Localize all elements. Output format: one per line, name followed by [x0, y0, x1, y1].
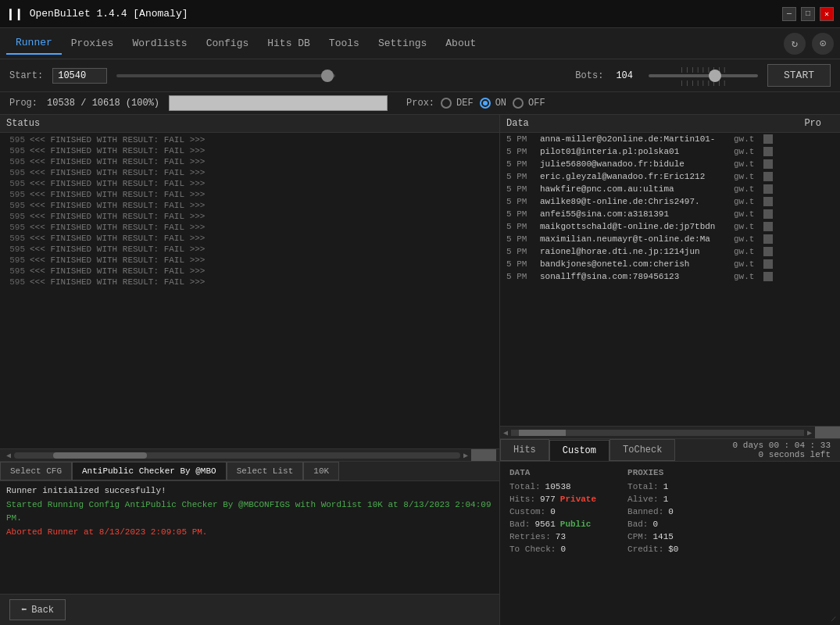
- data-hscroll-right[interactable]: ▶: [804, 428, 815, 438]
- data-row-proxy: gw.t: [734, 247, 757, 256]
- log-row: 595<<< FINISHED WITH RESULT: FAIL >>>: [3, 211, 496, 222]
- nav-about[interactable]: About: [436, 33, 485, 54]
- log-row-num: 595: [3, 212, 25, 221]
- table-row[interactable]: 5 PMmaikgottschald@t-online.de:jp7tbdngw…: [500, 220, 840, 233]
- data-row-time: 5 PM: [506, 209, 534, 219]
- status-panel: Status 595<<< FINISHED WITH RESULT: FAIL…: [0, 115, 500, 461]
- nav-settings[interactable]: Settings: [369, 33, 436, 54]
- log-row-msg: <<< FINISHED WITH RESULT: FAIL >>>: [30, 201, 205, 210]
- stat-banned-proxies: Banned: 0: [627, 507, 678, 516]
- stat-cpm-label: CPM:: [627, 532, 648, 541]
- status-hscroll[interactable]: ◀ ▶: [0, 448, 499, 461]
- proxy-def-radio[interactable]: [441, 98, 452, 109]
- tab-hits[interactable]: Hits: [500, 439, 549, 461]
- hscroll-thumb[interactable]: [53, 452, 147, 459]
- table-row[interactable]: 5 PMraionel@horae.dti.ne.jp:1214jungw.t: [500, 245, 840, 258]
- stat-credit-label: Credit:: [627, 545, 663, 554]
- back-button[interactable]: ⬅ Back: [9, 599, 66, 620]
- start-slider-thumb[interactable]: [321, 70, 334, 82]
- back-icon: ⬅: [21, 604, 27, 616]
- data-table-body[interactable]: 5 PManna-miller@o2online.de:Martin101-gw…: [500, 133, 840, 426]
- table-row[interactable]: 5 PMbandkjones@onetel.com:cherishgw.t: [500, 258, 840, 270]
- data-row-value: pilot01@interia.pl:polska01: [540, 147, 727, 156]
- console-line: Started Running Config AntiPublic Checke…: [6, 498, 493, 526]
- cfg-tab-10k[interactable]: 10K: [303, 462, 339, 480]
- hscroll-right-arrow[interactable]: ▶: [460, 451, 471, 460]
- tab-tocheck[interactable]: ToCheck: [609, 439, 675, 461]
- app-title: OpenBullet 1.4.4 [Anomaly]: [30, 8, 782, 20]
- table-row[interactable]: 5 PManna-miller@o2online.de:Martin101-gw…: [500, 133, 840, 145]
- proxy-off-radio[interactable]: [513, 98, 524, 109]
- resize-handle[interactable]: ⟋: [827, 612, 840, 625]
- log-row-num: 595: [3, 223, 25, 232]
- data-row-color: [763, 234, 773, 244]
- bots-slider-track[interactable]: [649, 74, 758, 77]
- data-hscroll-left[interactable]: ◀: [500, 428, 511, 438]
- close-button[interactable]: ✕: [820, 7, 834, 21]
- table-row[interactable]: 5 PMsonallff@sina.com:789456123gw.t: [500, 270, 840, 283]
- data-row-proxy: gw.t: [734, 234, 757, 244]
- bots-value: 104: [616, 70, 633, 81]
- log-row-msg: <<< FINISHED WITH RESULT: FAIL >>>: [30, 179, 205, 188]
- hscroll-track[interactable]: [14, 452, 460, 459]
- stat-custom-label: Custom:: [509, 507, 545, 516]
- start-button[interactable]: START: [767, 64, 831, 87]
- log-row: 595<<< FINISHED WITH RESULT: FAIL >>>: [3, 200, 496, 211]
- data-row-time: 5 PM: [506, 234, 534, 244]
- progress-row: Prog: 10538 / 10618 (100%) Prox: DEF ON …: [0, 92, 840, 115]
- tab-custom[interactable]: Custom: [549, 440, 609, 461]
- log-row-num: 595: [3, 135, 25, 145]
- maximize-button[interactable]: □: [801, 7, 815, 21]
- log-row: 595<<< FINISHED WITH RESULT: FAIL >>>: [3, 277, 496, 288]
- start-input[interactable]: [52, 68, 107, 84]
- nav-hitsdb[interactable]: Hits DB: [258, 33, 320, 54]
- status-header-label: Status: [6, 118, 40, 129]
- table-row[interactable]: 5 PMeric.gleyzal@wanadoo.fr:Eric1212gw.t: [500, 170, 840, 183]
- cfg-tab-selectlist[interactable]: Select List: [227, 462, 304, 480]
- minimize-button[interactable]: —: [782, 7, 796, 21]
- table-row[interactable]: 5 PMmaximilian.neumayr@t-online.de:Magw.…: [500, 233, 840, 245]
- status-log[interactable]: 595<<< FINISHED WITH RESULT: FAIL >>>595…: [0, 133, 499, 448]
- cfg-tab-selectcfg[interactable]: Select CFG: [0, 462, 72, 480]
- status-panel-header: Status: [0, 115, 499, 133]
- bots-slider-thumb[interactable]: [709, 70, 721, 82]
- refresh-icon[interactable]: ↻: [784, 33, 806, 55]
- stat-total-value: 10538: [545, 482, 571, 491]
- log-row-msg: <<< FINISHED WITH RESULT: FAIL >>>: [30, 266, 205, 276]
- cfg-tab-checker[interactable]: AntiPublic Checker By @MBO: [72, 462, 227, 480]
- data-hscroll-thumb[interactable]: [519, 430, 566, 436]
- log-row-num: 595: [3, 266, 25, 276]
- bottom-left: Select CFG AntiPublic Checker By @MBO Se…: [0, 462, 500, 625]
- data-hscroll[interactable]: ◀ ▶: [500, 426, 840, 438]
- proxy-on-radio[interactable]: [480, 98, 491, 109]
- data-row-time: 5 PM: [506, 159, 534, 169]
- nav-runner[interactable]: Runner: [6, 32, 62, 55]
- log-row-num: 595: [3, 277, 25, 287]
- table-row[interactable]: 5 PMawilke89@t-online.de:Chris2497.gw.t: [500, 195, 840, 208]
- table-row[interactable]: 5 PMjulie56800@wanadoo.fr:bidulegw.t: [500, 158, 840, 170]
- nav-proxies[interactable]: Proxies: [62, 33, 123, 54]
- table-row[interactable]: 5 PManfei55@sina.com:a3181391gw.t: [500, 208, 840, 220]
- data-row-color: [763, 209, 773, 219]
- data-row-proxy: gw.t: [734, 147, 757, 156]
- tabs-row: Hits Custom ToCheck 0 days 00 : 04 : 33 …: [500, 438, 840, 461]
- data-hscroll-track[interactable]: [511, 430, 804, 436]
- stat-tocheck-label: To Check:: [509, 545, 556, 554]
- camera-icon[interactable]: ⊙: [812, 33, 834, 55]
- data-row-value: sonallff@sina.com:789456123: [540, 272, 727, 281]
- log-row-msg: <<< FINISHED WITH RESULT: FAIL >>>: [30, 146, 205, 155]
- nav-wordlists[interactable]: Wordlists: [123, 33, 196, 54]
- hscroll-left-arrow[interactable]: ◀: [3, 451, 14, 460]
- table-row[interactable]: 5 PMpilot01@interia.pl:polska01gw.t: [500, 145, 840, 158]
- nav-tools[interactable]: Tools: [320, 33, 369, 54]
- log-row-num: 595: [3, 190, 25, 199]
- data-row-time: 5 PM: [506, 247, 534, 256]
- nav-configs[interactable]: Configs: [197, 33, 259, 54]
- data-row-proxy: gw.t: [734, 259, 757, 269]
- scroll-corner: [471, 449, 496, 462]
- console-line: Runner initialized succesfully!: [6, 484, 493, 498]
- data-row-proxy: gw.t: [734, 184, 757, 194]
- stat-alive-value: 1: [663, 495, 669, 504]
- table-row[interactable]: 5 PMhawkfire@pnc.com.au:ultimagw.t: [500, 183, 840, 195]
- data-row-color: [763, 134, 773, 144]
